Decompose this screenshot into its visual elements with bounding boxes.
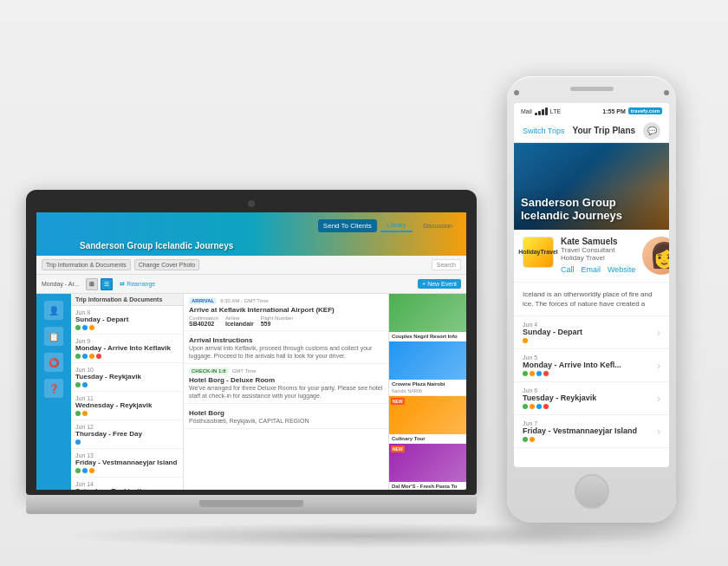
event-title: Hotel Borg xyxy=(189,409,383,417)
laptop-base xyxy=(26,495,477,507)
thumbnail xyxy=(389,342,466,380)
event-title: Hotel Borg - Deluxe Room xyxy=(189,376,383,384)
event-header: CHECK-IN 1:8GMT Time xyxy=(189,368,383,374)
trip-item[interactable]: Jun 6 Tuesday - Reykjavik › xyxy=(514,382,669,415)
day-date: Jun 13 xyxy=(75,452,179,459)
laptop-days-panel: Trip Information & Documents Jun 8 Sunda… xyxy=(71,294,184,490)
laptop-sidebar: 👤 📋 ⭕ ❓ 💬 xyxy=(36,294,71,490)
right-panel-item[interactable]: Crowne Plaza Nairobi Nairobi, NAR08 xyxy=(389,342,466,396)
day-label: Monday - Ar... xyxy=(42,281,79,287)
day-title: Sunday - Depart xyxy=(75,316,179,323)
trip-title: Tuesday - Reykjavik xyxy=(523,394,657,402)
day-title: Monday - Arrive Into Keflavik xyxy=(75,344,179,352)
trip-info-btn[interactable]: Trip Information & Documents xyxy=(42,259,131,270)
phone-hero: Sanderson Group Icelandic Journeys xyxy=(514,143,669,230)
dot-icon xyxy=(75,411,81,416)
laptop-body: 👤 📋 ⭕ ❓ 💬 Trip Information & Documents J… xyxy=(36,294,466,490)
phone-outer: Mail LTE 1:55 PM travefy.com xyxy=(507,76,676,523)
view-grid-icon[interactable]: ⊞ xyxy=(86,278,98,290)
description-text: Iceland is an otherworldly place of fire… xyxy=(523,290,660,309)
dot-icon xyxy=(523,437,528,442)
change-cover-btn[interactable]: Change Cover Photo xyxy=(134,259,199,270)
view-list-icon[interactable]: ☰ xyxy=(101,278,113,290)
trip-dots xyxy=(523,437,657,442)
tab-library[interactable]: Library xyxy=(380,219,413,232)
phone-screen: Mail LTE 1:55 PM travefy.com xyxy=(514,103,669,467)
laptop-camera xyxy=(248,200,255,207)
agent-avatar xyxy=(642,237,669,275)
agent-actions: Call Email Website xyxy=(561,265,635,274)
signal-bar-2 xyxy=(538,111,541,115)
call-btn[interactable]: Call xyxy=(561,265,575,274)
item-label: Crowne Plaza Nairobi xyxy=(389,380,466,388)
sidebar-circle-icon[interactable]: ⭕ xyxy=(44,353,63,372)
sidebar-docs-icon[interactable]: 📋 xyxy=(44,327,63,346)
new-badge: NEW xyxy=(391,446,405,452)
dot-icon xyxy=(82,325,88,330)
event-body: Upon arrival into Keflavik, proceed thro… xyxy=(189,344,383,360)
days-list: Jun 8 Sunday - Depart Jun 9 Monday - Arr… xyxy=(71,306,183,490)
dot-icon xyxy=(75,354,81,359)
confirmation: ConfirmationSB40202 xyxy=(189,316,218,327)
trip-date: Jun 6 xyxy=(523,387,657,394)
agent-name: Kate Samuels xyxy=(561,237,635,246)
sidebar-user-icon[interactable]: 👤 xyxy=(44,301,63,320)
day-item[interactable]: Jun 12 Thursday - Free Day xyxy=(71,420,183,449)
day-item[interactable]: Jun 14 Saturday - Reykjavik xyxy=(71,478,183,490)
trip-item[interactable]: Jun 7 Friday - Vestmannaeyjar Island › xyxy=(514,415,669,448)
laptop-screen: Sanderson Group Icelandic Journeys Send … xyxy=(36,212,466,490)
dot-icon xyxy=(530,404,535,409)
message-icon[interactable]: 💬 xyxy=(643,122,660,140)
laptop-cover-image: Sanderson Group Icelandic Journeys Send … xyxy=(36,212,466,256)
event-item[interactable]: Arrival Instructions Upon arrival into K… xyxy=(184,331,388,364)
event-title: Arrive at Keflavík International Airport… xyxy=(189,306,383,314)
send-to-clients-btn[interactable]: Send To Clients xyxy=(318,219,377,232)
trip-title: Friday - Vestmannaeyjar Island xyxy=(523,426,657,435)
trip-date: Jun 5 xyxy=(523,355,657,361)
dot-icon xyxy=(75,382,81,387)
dot-icon xyxy=(523,404,528,409)
new-event-btn[interactable]: + New Event xyxy=(418,279,461,289)
rearrange-btn[interactable]: ⇄ Rearrange xyxy=(120,281,155,288)
day-dots xyxy=(75,468,179,473)
right-panel-item[interactable]: NEW Dal Mor'S - Fresh Pasta To Go Calle … xyxy=(389,444,466,490)
day-title: Friday - Vestmannaeyjar Island xyxy=(75,459,179,466)
dot-icon xyxy=(75,468,81,473)
url-label: travefy.com xyxy=(628,107,662,114)
right-panel-item[interactable]: Couples Negril Resort Info xyxy=(389,294,466,342)
phone-status-bar: Mail LTE 1:55 PM travefy.com xyxy=(514,103,669,119)
event-item[interactable]: ARRIVAL9:30 AM - GMT Time Arrive at Kefl… xyxy=(184,294,388,331)
trip-left: Jun 6 Tuesday - Reykjavik xyxy=(523,387,657,409)
day-item[interactable]: Jun 8 Sunday - Depart xyxy=(71,306,183,335)
phone-agent-section: Holiday Travel Kate Samuels Travel Consu… xyxy=(514,230,669,283)
right-panel-item[interactable]: NEW Culinary Tour xyxy=(389,396,466,444)
dot-icon xyxy=(530,371,535,376)
tab-discussion[interactable]: Discussion xyxy=(416,220,459,231)
signal-bar-4 xyxy=(545,107,548,115)
item-sublabel: Nairobi, NAR08 xyxy=(389,388,466,395)
day-item[interactable]: Jun 9 Monday - Arrive Into Keflavik xyxy=(71,335,183,363)
day-title: Thursday - Free Day xyxy=(75,430,179,438)
dot-icon xyxy=(82,354,88,359)
trip-item[interactable]: Jun 4 Sunday - Depart › xyxy=(514,316,669,349)
day-date: Jun 8 xyxy=(75,309,179,316)
right-panel-list: Couples Negril Resort Info Crowne Plaza … xyxy=(389,294,466,490)
sidebar-help-icon[interactable]: ❓ xyxy=(44,379,63,398)
signal-bar-1 xyxy=(535,113,537,115)
search-input[interactable]: Search xyxy=(432,259,461,270)
day-item[interactable]: Jun 10 Tuesday - Reykjavik xyxy=(71,363,183,392)
trip-item[interactable]: Jun 5 Monday - Arrive Into Kefl... › xyxy=(514,349,669,382)
phone-description: Iceland is an otherworldly place of fire… xyxy=(514,283,669,316)
day-item[interactable]: Jun 11 Wednesday - Reykjavik xyxy=(71,392,183,420)
switch-trips-btn[interactable]: Switch Trips xyxy=(523,127,565,135)
time-label: 1:55 PM xyxy=(602,108,625,114)
phone-home-button[interactable] xyxy=(575,474,609,509)
day-title: Saturday - Reykjavik xyxy=(75,487,179,490)
event-item[interactable]: CHECK-IN 1:8GMT Time Hotel Borg - Deluxe… xyxy=(184,364,388,404)
website-btn[interactable]: Website xyxy=(608,265,635,274)
day-item[interactable]: Jun 13 Friday - Vestmannaeyjar Island xyxy=(71,449,183,478)
event-item[interactable]: Hotel Borg Pósthússtræti, Reykjavik, CAP… xyxy=(184,404,388,429)
day-date: Jun 9 xyxy=(75,338,179,344)
scene: Sanderson Group Icelandic Journeys Send … xyxy=(0,0,728,566)
email-btn[interactable]: Email xyxy=(582,265,601,274)
